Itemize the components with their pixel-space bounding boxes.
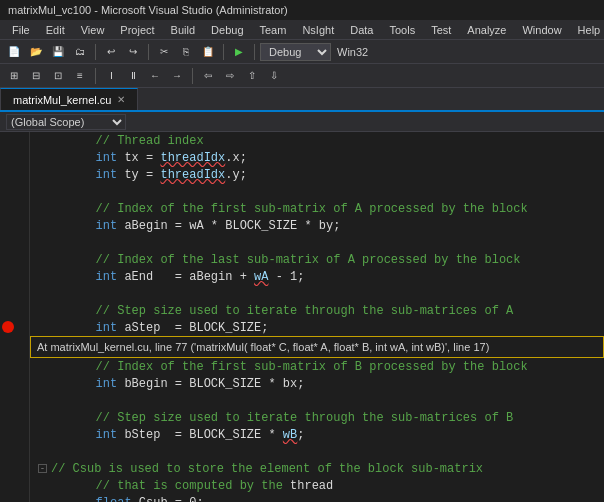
toolbar1: 📄 📂 💾 🗂 ↩ ↪ ✂ ⎘ 📋 ▶ Debug Release Win32: [0, 40, 604, 64]
code-line-5: int aBegin = wA * BLOCK_SIZE * by;: [30, 217, 604, 234]
tb2-btn12[interactable]: ⇩: [264, 66, 284, 86]
redo-btn[interactable]: ↪: [123, 42, 143, 62]
paste-btn[interactable]: 📋: [198, 42, 218, 62]
menu-test[interactable]: Test: [423, 22, 459, 38]
start-btn[interactable]: ▶: [229, 42, 249, 62]
ident-ty2: .y;: [225, 168, 247, 182]
code-line-blank2: [30, 234, 604, 251]
tb2-btn6[interactable]: Ⅱ: [123, 66, 143, 86]
code-line-2: int tx = threadIdx .x;: [30, 149, 604, 166]
tb2-btn9[interactable]: ⇦: [198, 66, 218, 86]
line-num-3: [0, 166, 29, 183]
scope-select[interactable]: (Global Scope): [6, 114, 126, 130]
line-num-10: [0, 285, 29, 302]
ident-astep: aStep = BLOCK_SIZE;: [117, 321, 268, 335]
save-btn[interactable]: 💾: [48, 42, 68, 62]
code-line-10: // Index of the first sub-matrix of B pr…: [30, 358, 604, 375]
menu-nsight[interactable]: NsIght: [294, 22, 342, 38]
code-line-8: // Step size used to iterate through the…: [30, 302, 604, 319]
sep5: [95, 68, 96, 84]
tb2-btn4[interactable]: ≡: [70, 66, 90, 86]
menu-team[interactable]: Team: [252, 22, 295, 38]
ident-aend: aEnd = aBegin +: [117, 270, 254, 284]
tb2-btn8[interactable]: →: [167, 66, 187, 86]
sep4: [254, 44, 255, 60]
toolbar2: ⊞ ⊟ ⊡ ≡ Ⅰ Ⅱ ← → ⇦ ⇨ ⇧ ⇩: [0, 64, 604, 88]
ident-aend2: - 1;: [268, 270, 304, 284]
code-line-3: int ty = threadIdx .y;: [30, 166, 604, 183]
ident-csub: Csub = 0;: [132, 496, 204, 503]
ident-ty: ty =: [117, 168, 160, 182]
menu-tools[interactable]: Tools: [381, 22, 423, 38]
undo-btn[interactable]: ↩: [101, 42, 121, 62]
line-num-11: [0, 302, 29, 319]
code-line-blank3: [30, 285, 604, 302]
comment-thread-index: // Thread index: [38, 134, 204, 148]
code-line-11: int bBegin = BLOCK_SIZE * bx;: [30, 375, 604, 392]
tb2-btn7[interactable]: ←: [145, 66, 165, 86]
cut-btn[interactable]: ✂: [154, 42, 174, 62]
tb2-btn5[interactable]: Ⅰ: [101, 66, 121, 86]
new-btn[interactable]: 📄: [4, 42, 24, 62]
sep2: [148, 44, 149, 60]
var-threadidx-y: threadIdx: [160, 168, 225, 182]
menu-edit[interactable]: Edit: [38, 22, 73, 38]
scope-bar: (Global Scope): [0, 112, 604, 132]
menu-data[interactable]: Data: [342, 22, 381, 38]
kw-int-astep: int: [38, 321, 117, 335]
comment-bbegin: // Index of the first sub-matrix of B pr…: [38, 360, 528, 374]
tb2-btn3[interactable]: ⊡: [48, 66, 68, 86]
title-bar: matrixMul_vc100 - Microsoft Visual Studi…: [0, 0, 604, 20]
menu-file[interactable]: File: [4, 22, 38, 38]
ident-bstep2: ;: [297, 428, 304, 442]
line-num-17: [0, 426, 29, 443]
save-all-btn[interactable]: 🗂: [70, 42, 90, 62]
tab-main[interactable]: matrixMul_kernel.cu ✕: [0, 88, 138, 110]
line-num-21: [0, 494, 29, 502]
menu-view[interactable]: View: [73, 22, 113, 38]
error-bar: At matrixMul_kernel.cu, line 77 ('matrix…: [30, 336, 604, 358]
open-btn[interactable]: 📂: [26, 42, 46, 62]
collapse-icon[interactable]: -: [38, 464, 47, 473]
menu-debug[interactable]: Debug: [203, 22, 251, 38]
line-num-7: [0, 234, 29, 251]
copy-btn[interactable]: ⎘: [176, 42, 196, 62]
comment-csub1: // Csub is used to store the element of …: [51, 462, 483, 476]
title-text: matrixMul_vc100 - Microsoft Visual Studi…: [8, 4, 288, 16]
kw-int-tx: int: [38, 151, 117, 165]
var-wb: wB: [283, 428, 297, 442]
line-num-12-bp: [0, 319, 29, 336]
kw-int-bstep: int: [38, 428, 117, 442]
ident-bbegin: bBegin = BLOCK_SIZE * bx;: [117, 377, 304, 391]
code-content: // Thread index int tx = threadIdx .x; i…: [30, 132, 604, 502]
comment-aend: // Index of the last sub-matrix of A pro…: [38, 253, 520, 267]
menu-analyze[interactable]: Analyze: [459, 22, 514, 38]
menu-help[interactable]: Help: [570, 22, 604, 38]
ident-thread: thread: [290, 479, 333, 493]
code-line-12: // Step size used to iterate through the…: [30, 409, 604, 426]
tb2-btn1[interactable]: ⊞: [4, 66, 24, 86]
comment-bstep: // Step size used to iterate through the…: [38, 411, 513, 425]
line-num-16: [0, 409, 29, 426]
menu-project[interactable]: Project: [112, 22, 162, 38]
kw-float: float: [38, 496, 132, 503]
line-num-5: [0, 200, 29, 217]
tab-close-btn[interactable]: ✕: [117, 94, 125, 105]
line-num-13: [0, 358, 29, 375]
ident-tx2: .x;: [225, 151, 247, 165]
line-num-2: [0, 149, 29, 166]
code-line-7: int aEnd = aBegin + wA - 1;: [30, 268, 604, 285]
code-line-13: int bStep = BLOCK_SIZE * wB ;: [30, 426, 604, 443]
menu-window[interactable]: Window: [514, 22, 569, 38]
ident-abegin: aBegin = wA * BLOCK_SIZE * by;: [117, 219, 340, 233]
code-line-blank1: [30, 183, 604, 200]
tb2-btn2[interactable]: ⊟: [26, 66, 46, 86]
line-num-18: [0, 443, 29, 460]
ident-bstep: bStep = BLOCK_SIZE *: [117, 428, 283, 442]
tb2-btn10[interactable]: ⇨: [220, 66, 240, 86]
kw-int-bbegin: int: [38, 377, 117, 391]
line-num-4: [0, 183, 29, 200]
config-select[interactable]: Debug Release: [260, 43, 331, 61]
tb2-btn11[interactable]: ⇧: [242, 66, 262, 86]
menu-build[interactable]: Build: [163, 22, 203, 38]
